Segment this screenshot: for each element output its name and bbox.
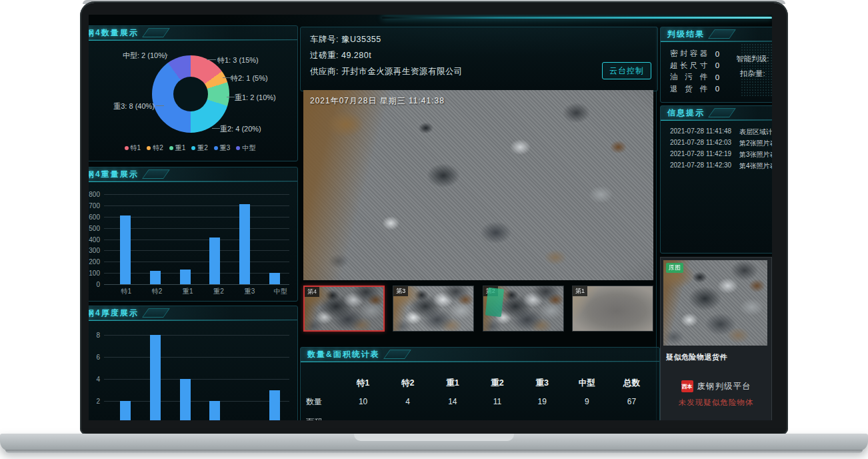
panel-header-decoration bbox=[142, 169, 170, 179]
category-label: 重3 bbox=[234, 287, 265, 296]
stats-table-header: 数量&面积统计表 bbox=[301, 348, 659, 362]
message-text: 第2张照片表层开始计算 bbox=[739, 139, 772, 148]
legend-item[interactable]: 特2 bbox=[147, 143, 163, 153]
legend-label: 特1 bbox=[131, 143, 141, 153]
donut-label: 特2: 1 (5%) bbox=[231, 73, 268, 83]
ptz-control-button[interactable]: 云台控制 bbox=[602, 62, 651, 79]
weight-panel: 钢4重量展示 0100200300400500600700800 特1特2重1重… bbox=[89, 167, 298, 302]
bar-slot bbox=[170, 270, 200, 284]
weight-bar-chart: 0100200300400500600700800 bbox=[104, 194, 289, 284]
chart-bar bbox=[209, 238, 220, 284]
panel-header-decoration bbox=[708, 29, 736, 39]
metric-label: 密封容器 bbox=[670, 49, 707, 59]
thickness-panel: 钢4厚度展示 2468 bbox=[89, 306, 298, 420]
hazard-caption: 疑似危险物退货件 bbox=[666, 352, 727, 362]
category-label: 中型 bbox=[265, 287, 296, 296]
y-axis-tick: 200 bbox=[89, 258, 100, 266]
message-text: 第4张照片表层开始计算 bbox=[739, 161, 772, 171]
thumbnail[interactable]: 第3 bbox=[393, 286, 474, 332]
stats-cell: 9 bbox=[565, 397, 609, 406]
message-timestamp: 2021-07-28 11:42:19 bbox=[670, 150, 739, 159]
legend-marker bbox=[169, 146, 173, 150]
legend-label: 重2 bbox=[197, 143, 208, 153]
donut-leader-line bbox=[227, 97, 235, 97]
y-axis-tick: 800 bbox=[89, 191, 100, 198]
y-axis-tick: 2 bbox=[96, 398, 100, 405]
stats-row-label: 面积 bbox=[306, 416, 341, 421]
stats-column-header: 重3 bbox=[520, 378, 565, 389]
thumbnail[interactable]: 第1 bbox=[572, 286, 653, 332]
stats-cell: 14 bbox=[430, 397, 475, 406]
plate-value: 豫U35355 bbox=[341, 35, 381, 44]
y-axis-tick: 600 bbox=[89, 213, 100, 220]
chart-bar bbox=[180, 270, 191, 284]
y-axis-tick: 400 bbox=[89, 236, 100, 243]
donut-label: 重2: 4 (20%) bbox=[220, 124, 261, 134]
quantity-panel: 钢4数量展示 特1: 3 (15%)特2: 1 (5%)重1: 2 (10%)重… bbox=[89, 25, 298, 161]
quantity-donut-chart bbox=[152, 55, 229, 133]
stats-table-panel: 数量&面积统计表 特1特2重1重2重3中型总数 数量104141119967面积 bbox=[300, 347, 660, 420]
message-row: 2021-07-28 11:42:19第3张照片表层开始计算 bbox=[670, 150, 772, 159]
donut-leader-line bbox=[160, 55, 168, 55]
original-image-tag: 原图 bbox=[666, 263, 683, 273]
y-axis-tick: 300 bbox=[89, 247, 100, 254]
metric-value: 0 bbox=[713, 50, 722, 58]
thickness-panel-title: 钢4厚度展示 bbox=[89, 308, 139, 319]
stats-column-header: 重1 bbox=[430, 378, 475, 389]
y-axis-tick: 4 bbox=[96, 376, 100, 383]
donut-label: 重3: 8 (40%) bbox=[96, 101, 155, 111]
message-row: 2021-07-28 11:42:30第4张照片表层开始计算 bbox=[670, 161, 772, 171]
grading-metric-row: 密封容器0 bbox=[670, 49, 722, 59]
y-axis-tick: 0 bbox=[96, 281, 100, 288]
bars-row bbox=[104, 326, 289, 420]
thumbnail-tag: 第4 bbox=[305, 287, 319, 297]
hazard-original-image: 原图 bbox=[663, 260, 767, 346]
legend-item[interactable]: 重3 bbox=[214, 143, 231, 153]
thumbnail[interactable]: 第2 bbox=[483, 286, 564, 332]
photo-timestamp: 2021年07月28日 星期三 11:41:38 bbox=[310, 95, 445, 107]
bar-slot bbox=[230, 204, 260, 284]
info-panel: 信息提示 2021-07-28 11:41:48表层区域计算成功2021-07-… bbox=[660, 105, 772, 254]
bars-row bbox=[104, 194, 289, 284]
legend-marker bbox=[125, 146, 129, 150]
panel-header-decoration bbox=[383, 350, 411, 359]
thumbnail[interactable]: 第4 bbox=[303, 286, 385, 332]
y-axis-tick: 100 bbox=[89, 270, 100, 277]
legend-item[interactable]: 重2 bbox=[191, 143, 208, 153]
thumbnail-tag: 第1 bbox=[573, 286, 587, 296]
stats-header-row: 特1特2重1重2重3中型总数 bbox=[306, 377, 654, 389]
brand-logo: 西本 bbox=[681, 380, 693, 392]
supplier-label: 供应商: bbox=[310, 67, 339, 76]
chart-bar bbox=[120, 401, 131, 420]
deduction-label: 扣杂量: bbox=[740, 69, 765, 79]
donut-leader-line bbox=[212, 128, 220, 129]
smart-grading-label: 智能判级: bbox=[736, 54, 769, 64]
legend-item[interactable]: 中型 bbox=[236, 143, 255, 153]
panel-header-decoration bbox=[708, 108, 736, 117]
chart-bar bbox=[120, 215, 131, 284]
message-text: 表层区域计算成功 bbox=[739, 127, 772, 137]
category-label: 特1 bbox=[111, 287, 141, 296]
info-panel-header: 信息提示 bbox=[661, 106, 772, 120]
category-label: 重2 bbox=[203, 287, 234, 296]
bar-slot bbox=[141, 271, 171, 284]
stats-column-header: 特2 bbox=[385, 378, 430, 389]
grading-metric-row: 油污件0 bbox=[670, 72, 722, 82]
chart-bar bbox=[150, 335, 161, 420]
weighbridge-value: 49.280t bbox=[341, 51, 371, 60]
metric-value: 0 bbox=[713, 61, 722, 69]
metric-value: 0 bbox=[713, 73, 722, 81]
legend-label: 重1 bbox=[175, 143, 186, 153]
category-label: 重1 bbox=[173, 287, 203, 296]
hazard-alert-panel: 原图 疑似危险物退货件 西本 废钢判级平台 未发现疑似危险物体 bbox=[660, 257, 772, 420]
legend-marker bbox=[191, 146, 195, 150]
legend-item[interactable]: 特1 bbox=[125, 143, 141, 153]
legend-item[interactable]: 重1 bbox=[169, 143, 186, 153]
thumbnail-tag: 第3 bbox=[393, 286, 408, 296]
plate-line: 车牌号: 豫U35355 bbox=[310, 34, 381, 45]
vehicle-info-panel: 车牌号: 豫U35355 过磅重: 49.280t 供应商: 开封市金火源再生资… bbox=[300, 27, 658, 91]
weighbridge-line: 过磅重: 49.280t bbox=[310, 50, 371, 61]
dashboard-screen: 钢4数量展示 特1: 3 (15%)特2: 1 (5%)重1: 2 (10%)重… bbox=[89, 15, 772, 420]
grading-panel: 判级结果 密封容器0超长尺寸0油污件0退货件0 智能判级: 扣杂量: bbox=[660, 27, 772, 103]
table-row: 面积 bbox=[306, 416, 654, 420]
